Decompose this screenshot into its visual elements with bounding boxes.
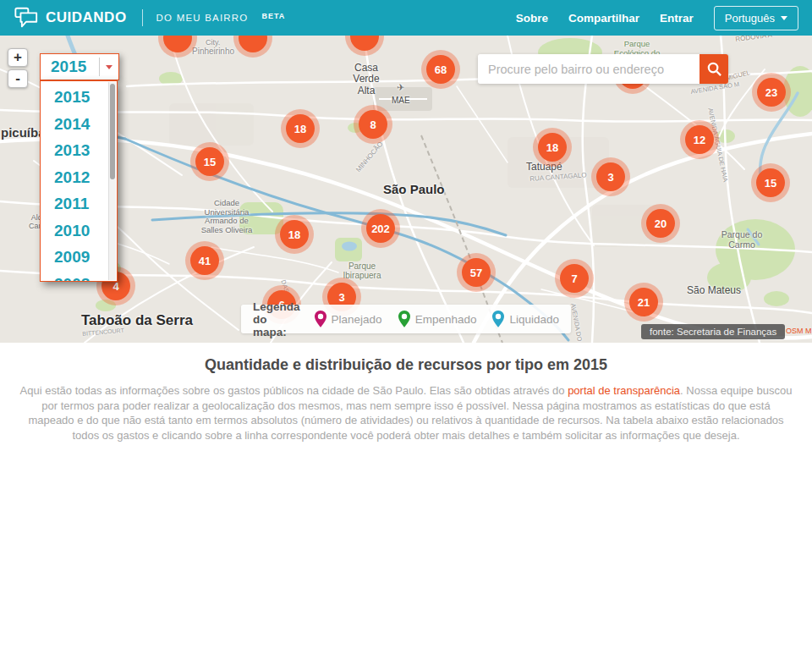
language-label: Português (725, 12, 775, 25)
map-legend: Legenda do mapa: PlanejadoEmpenhadoLiqui… (241, 305, 571, 333)
year-dropdown-list: 20152014201320122011201020092008 (40, 80, 118, 282)
legend-items: PlanejadoEmpenhadoLiquidado (314, 310, 559, 328)
brand-suffix: DO MEU BAIRRO (156, 13, 249, 23)
legend-item-label: Empenhado (415, 313, 477, 326)
map-canvas[interactable]: picuíbaCity.PinheirinhoCasa Verde Alta✈M… (0, 36, 812, 343)
page-title: Quantidade e distribuição de recursos po… (0, 343, 812, 374)
map-cluster-marker[interactable]: 68 (426, 55, 455, 84)
search-button[interactable] (700, 54, 728, 84)
nav-link-sobre[interactable]: Sobre (516, 12, 548, 25)
year-select[interactable]: 2015 (40, 53, 119, 80)
map-cluster-marker[interactable]: 7 (560, 264, 589, 293)
map-pin-icon (398, 310, 411, 328)
search-input[interactable] (478, 54, 700, 84)
map-pin-icon (314, 310, 327, 328)
legend-title: Legenda do mapa: (253, 300, 304, 338)
map-cluster-marker[interactable]: 15 (756, 168, 785, 197)
year-option-2009[interactable]: 2009 (41, 244, 117, 271)
map-cluster-marker[interactable]: 8 (359, 110, 387, 139)
year-select-divider (99, 58, 100, 76)
brand-divider (142, 9, 143, 26)
brand[interactable]: CUIDANDO DO MEU BAIRRO BETA (14, 5, 285, 30)
language-dropdown-button[interactable]: Português (714, 6, 798, 30)
legend-item-label: Planejado (332, 313, 382, 326)
statistics-section: Quantidade e distribuição de recursos po… (0, 343, 812, 660)
map-cluster-marker[interactable]: 12 (685, 125, 714, 154)
map-cluster-marker[interactable]: 41 (190, 246, 219, 275)
data-source-badge: fonte: Secretaria de Finanças (641, 324, 785, 339)
transparency-portal-link[interactable]: portal de transparência (568, 384, 680, 397)
year-dropdown-scrollbar[interactable] (108, 82, 116, 280)
map-zoom-controls: + - (8, 48, 28, 88)
intro-paragraph: Aqui estão todas as informações sobre os… (19, 383, 793, 443)
map-cluster-marker[interactable]: 21 (629, 288, 658, 316)
logo-speech-bubbles-icon (14, 5, 39, 30)
map-cluster-marker[interactable]: 23 (757, 78, 786, 107)
nav-link-compartilhar[interactable]: Compartilhar (568, 12, 639, 25)
legend-item-label: Liquidado (509, 313, 559, 326)
map-cluster-marker[interactable]: 18 (280, 220, 309, 249)
map-cluster-marker[interactable]: 20 (646, 209, 675, 238)
map-search (478, 54, 728, 84)
year-option-2012[interactable]: 2012 (41, 164, 117, 191)
year-option-2008[interactable]: 2008 (41, 271, 117, 283)
map-cluster-marker[interactable]: 18 (538, 133, 567, 162)
map-cluster-marker[interactable]: 202 (366, 214, 395, 243)
map-pin-icon (491, 310, 505, 328)
year-option-2015[interactable]: 2015 (41, 84, 117, 111)
scrollbar-thumb[interactable] (110, 84, 115, 179)
brand-name: CUIDANDO (46, 9, 127, 26)
search-icon (706, 61, 722, 77)
osm-attribution: OSM M (786, 327, 812, 335)
year-select-value: 2015 (41, 58, 99, 76)
year-select-caret-icon (106, 65, 112, 69)
year-option-2010[interactable]: 2010 (41, 217, 117, 245)
intro-text-1: Aqui estão todas as informações sobre os… (20, 384, 568, 397)
zoom-in-button[interactable]: + (8, 48, 28, 67)
map-cluster-marker[interactable]: 57 (462, 258, 491, 287)
year-option-2013[interactable]: 2013 (41, 137, 117, 164)
year-option-2014[interactable]: 2014 (41, 111, 117, 138)
map-cluster-marker[interactable]: 3 (596, 162, 625, 191)
legend-item-empenhado: Empenhado (398, 310, 477, 328)
top-navbar: CUIDANDO DO MEU BAIRRO BETA Sobre Compar… (0, 0, 812, 36)
nav-link-entrar[interactable]: Entrar (660, 12, 694, 25)
map-cluster-marker[interactable]: 15 (195, 147, 224, 176)
beta-badge: BETA (262, 12, 286, 20)
zoom-out-button[interactable]: - (8, 69, 28, 88)
map-cluster-marker[interactable]: 18 (286, 114, 315, 143)
year-option-2011[interactable]: 2011 (41, 190, 117, 217)
year-filter: 2015 20152014201320122011201020092008 (40, 53, 119, 282)
legend-item-liquidado: Liquidado (491, 310, 559, 328)
chevron-down-icon (781, 16, 787, 20)
legend-item-planejado: Planejado (314, 310, 382, 328)
